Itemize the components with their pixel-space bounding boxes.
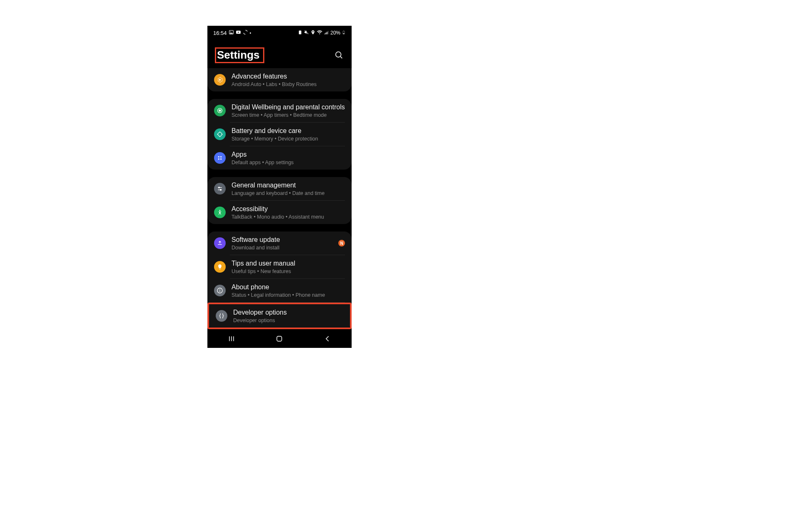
no-sim-icon xyxy=(298,30,303,36)
svg-point-24 xyxy=(219,289,220,290)
battery-icon xyxy=(342,30,346,37)
youtube-icon xyxy=(236,30,241,36)
svg-point-13 xyxy=(218,132,222,136)
svg-rect-6 xyxy=(343,30,344,31)
row-title: Accessibility xyxy=(232,205,345,213)
svg-point-21 xyxy=(220,189,222,190)
page-title: Settings xyxy=(217,49,260,61)
picture-icon xyxy=(229,30,234,36)
svg-rect-29 xyxy=(277,336,282,341)
row-subtitle: Useful tips • New features xyxy=(232,268,345,274)
svg-point-22 xyxy=(219,210,221,211)
row-title: Digital Wellbeing and parental controls xyxy=(232,103,345,111)
home-button[interactable] xyxy=(271,330,288,347)
svg-point-14 xyxy=(218,156,219,158)
row-subtitle: Download and install xyxy=(232,245,332,251)
navigation-bar xyxy=(207,330,352,348)
row-subtitle: Developer options xyxy=(233,318,343,323)
wifi-icon xyxy=(317,30,323,37)
device-care-icon xyxy=(214,128,226,140)
accessibility-icon xyxy=(214,207,226,218)
status-time: 16:54 xyxy=(213,30,227,36)
row-subtitle: Android Auto • Labs • Bixby Routines xyxy=(232,81,345,87)
row-subtitle: TalkBack • Mono audio • Assistant menu xyxy=(232,214,345,220)
svg-point-10 xyxy=(219,79,221,81)
row-title: Advanced features xyxy=(232,72,345,81)
developer-options-highlight: Developer options Developer options xyxy=(207,303,352,329)
row-title: About phone xyxy=(232,283,345,291)
info-icon xyxy=(214,285,226,296)
gear-plus-icon xyxy=(214,74,226,86)
row-about-phone[interactable]: About phone Status • Legal information •… xyxy=(207,279,352,302)
search-button[interactable] xyxy=(334,50,344,60)
row-apps[interactable]: Apps Default apps • App settings xyxy=(207,146,352,170)
row-title: Apps xyxy=(232,150,345,159)
svg-line-9 xyxy=(340,57,342,58)
row-digital-wellbeing[interactable]: Digital Wellbeing and parental controls … xyxy=(207,99,352,122)
more-dot-icon: • xyxy=(250,30,251,35)
row-title: Developer options xyxy=(233,308,343,317)
svg-point-16 xyxy=(218,158,219,160)
row-title: General management xyxy=(232,181,345,190)
row-subtitle: Screen time • App timers • Bedtime mode xyxy=(232,112,345,118)
svg-rect-7 xyxy=(343,33,345,34)
back-button[interactable] xyxy=(319,330,336,347)
row-subtitle: Status • Legal information • Phone name xyxy=(232,292,345,298)
recents-button[interactable] xyxy=(223,330,240,347)
svg-rect-3 xyxy=(299,30,301,34)
svg-point-15 xyxy=(220,156,222,158)
status-bar: 16:54 • xyxy=(207,26,352,38)
row-tips[interactable]: Tips and user manual Useful tips • New f… xyxy=(207,255,352,278)
apps-icon xyxy=(214,152,226,164)
update-icon xyxy=(214,237,226,249)
row-accessibility[interactable]: Accessibility TalkBack • Mono audio • As… xyxy=(207,201,352,224)
row-advanced-features[interactable]: Advanced features Android Auto • Labs • … xyxy=(207,68,352,91)
phone-screen: 16:54 • xyxy=(207,26,352,348)
svg-point-1 xyxy=(230,32,231,32)
row-subtitle: Default apps • App settings xyxy=(232,160,345,165)
location-icon xyxy=(310,30,315,36)
sliders-icon xyxy=(214,183,226,195)
row-title: Tips and user manual xyxy=(232,259,345,268)
row-subtitle: Storage • Memory • Device protection xyxy=(232,136,345,142)
row-developer-options[interactable]: Developer options Developer options xyxy=(209,304,350,328)
notification-badge: N xyxy=(338,240,345,246)
svg-rect-25 xyxy=(219,290,220,292)
row-battery-care[interactable]: Battery and device care Storage • Memory… xyxy=(207,123,352,146)
row-general-management[interactable]: General management Language and keyboard… xyxy=(207,177,352,200)
row-title: Battery and device care xyxy=(232,127,345,135)
wellbeing-icon xyxy=(214,105,226,116)
signal-icon xyxy=(324,30,329,36)
mute-icon xyxy=(304,30,309,36)
svg-point-8 xyxy=(336,52,341,57)
svg-point-12 xyxy=(219,110,221,111)
row-title: Software update xyxy=(232,236,332,244)
sync-icon xyxy=(243,30,248,36)
title-highlight: Settings xyxy=(215,47,264,63)
braces-icon xyxy=(216,310,227,322)
row-software-update[interactable]: Software update Download and install N xyxy=(207,232,352,255)
svg-point-17 xyxy=(220,158,222,160)
settings-header: Settings xyxy=(207,38,352,69)
svg-point-19 xyxy=(219,187,220,188)
bulb-icon xyxy=(214,261,226,273)
row-subtitle: Language and keyboard • Date and time xyxy=(232,190,345,196)
settings-list[interactable]: Advanced features Android Auto • Labs • … xyxy=(207,68,352,348)
status-battery-pct: 20% xyxy=(330,30,340,36)
